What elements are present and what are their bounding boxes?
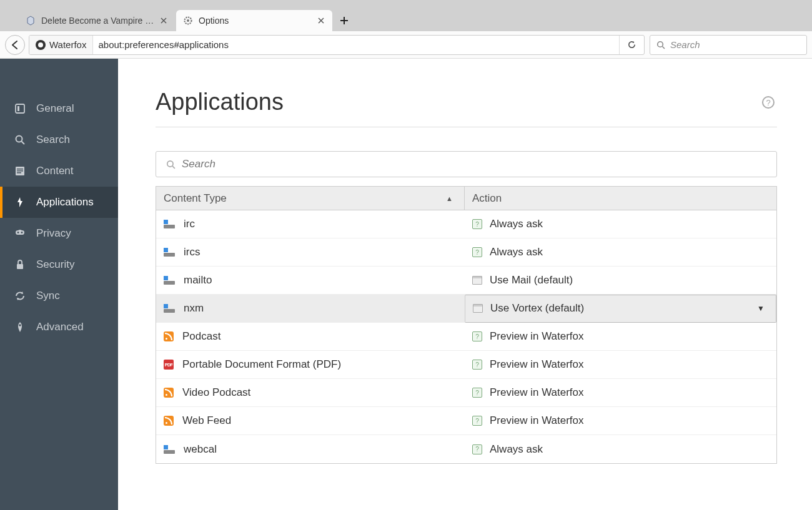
sidebar-item-applications[interactable]: Applications [0,187,118,218]
action-cell[interactable]: Use Vortex (default)▼ [465,295,776,323]
rss-icon [164,388,174,398]
waterfox-logo-icon [36,40,46,50]
sidebar-item-label: General [36,102,74,115]
svg-line-18 [172,166,175,169]
always-ask-icon: ? [472,360,482,370]
application-row[interactable]: PDFPortable Document Format (PDF)?Previe… [156,351,776,379]
rss-icon [164,331,174,341]
tab-label: Delete Become a Vampire L… [41,16,159,26]
search-icon [656,41,665,49]
url-bar[interactable]: Waterfox about:preferences#applications [29,35,645,55]
action-cell[interactable]: ?Preview in Waterfox [465,414,776,427]
divider [156,127,777,127]
url-text[interactable]: about:preferences#applications [93,39,619,50]
content-type-cell: nxm [156,302,465,315]
action-label: Use Mail (default) [490,274,573,287]
help-icon[interactable]: ? [762,96,775,109]
page-title: Applications [156,89,777,115]
general-icon [14,102,26,115]
tab-close-icon[interactable] [316,16,326,26]
sidebar-item-search[interactable]: Search [0,124,118,155]
always-ask-icon: ? [472,416,482,426]
content-icon [14,165,26,177]
sidebar-item-sync[interactable]: Sync [0,280,118,311]
tab-options[interactable]: Options [176,10,332,31]
application-row[interactable]: Video Podcast?Preview in Waterfox [156,379,776,407]
protocol-icon [164,248,175,257]
filter-input[interactable] [182,158,766,170]
svg-rect-15 [17,264,23,269]
action-cell[interactable]: ?Always ask [465,246,776,258]
new-tab-button[interactable] [334,10,355,31]
action-label: Use Vortex (default) [490,302,584,315]
sidebar-item-label: Sync [36,290,60,302]
content-type-cell: PDFPortable Document Format (PDF) [156,358,465,371]
action-cell[interactable]: Use Mail (default) [465,274,776,287]
sidebar-item-label: Applications [36,196,94,208]
sidebar-item-security[interactable]: Security [0,249,118,280]
application-row[interactable]: nxmUse Vortex (default)▼ [156,295,776,323]
action-label: Preview in Waterfox [490,330,584,343]
search-placeholder: Search [670,39,700,50]
applications-filter[interactable] [156,151,777,177]
svg-point-2 [187,19,189,22]
application-row[interactable]: ircs?Always ask [156,238,776,267]
content-type-cell: Web Feed [156,414,465,427]
column-action[interactable]: Action [465,187,776,210]
content-type-cell: Video Podcast [156,386,465,399]
sidebar-item-general[interactable]: General [0,93,118,124]
application-icon [473,304,483,313]
protocol-icon [164,276,175,285]
always-ask-icon: ? [472,247,482,257]
application-row[interactable]: irc?Always ask [156,210,776,238]
action-cell[interactable]: ?Preview in Waterfox [465,330,776,343]
action-cell[interactable]: ?Preview in Waterfox [465,386,776,399]
action-label: Always ask [490,218,543,230]
protocol-icon [164,445,175,454]
svg-line-8 [22,142,25,145]
identity-box[interactable]: Waterfox [29,36,93,54]
content-type-label: irc [184,218,195,230]
column-content-type[interactable]: Content Type ▲ [156,187,465,210]
sidebar-item-content[interactable]: Content [0,155,118,187]
sidebar-item-label: Advanced [36,321,84,333]
reload-button[interactable] [619,36,644,54]
tab-delete-vampire[interactable]: Delete Become a Vampire L… [19,10,175,31]
tab-strip: Delete Become a Vampire L… Options [0,0,812,31]
identity-label: Waterfox [49,39,86,50]
content-type-label: Web Feed [182,414,231,427]
action-cell[interactable]: ?Always ask [465,443,776,456]
privacy-icon [14,227,26,240]
svg-marker-0 [27,16,34,25]
action-label: Always ask [490,443,543,456]
application-row[interactable]: mailtoUse Mail (default) [156,267,776,295]
search-icon [166,160,176,169]
sidebar-item-label: Search [36,134,70,146]
svg-rect-12 [17,172,21,174]
application-row[interactable]: webcal?Always ask [156,435,776,463]
sync-icon [14,290,26,302]
content-type-cell: irc [156,218,465,230]
action-cell[interactable]: ?Always ask [465,218,776,230]
protocol-icon [164,220,175,228]
sidebar-item-advanced[interactable]: Advanced [0,311,118,343]
content-type-cell: Podcast [156,330,465,343]
svg-rect-10 [17,169,23,170]
content-type-cell: webcal [156,443,465,456]
action-label: Always ask [490,246,543,258]
svg-point-3 [658,41,663,47]
action-cell[interactable]: ?Preview in Waterfox [465,358,776,371]
sort-ascending-icon: ▲ [446,195,453,202]
sidebar-item-privacy[interactable]: Privacy [0,218,118,249]
back-button[interactable] [5,35,25,55]
always-ask-icon: ? [472,331,482,341]
applications-icon [14,196,26,208]
action-label: Preview in Waterfox [490,414,584,427]
content-type-label: Portable Document Format (PDF) [182,358,341,371]
application-row[interactable]: Podcast?Preview in Waterfox [156,323,776,351]
tab-close-icon[interactable] [159,16,169,26]
sidebar-item-label: Content [36,165,74,177]
application-row[interactable]: Web Feed?Preview in Waterfox [156,407,776,435]
svg-point-16 [19,324,21,326]
browser-search-box[interactable]: Search [650,35,807,55]
